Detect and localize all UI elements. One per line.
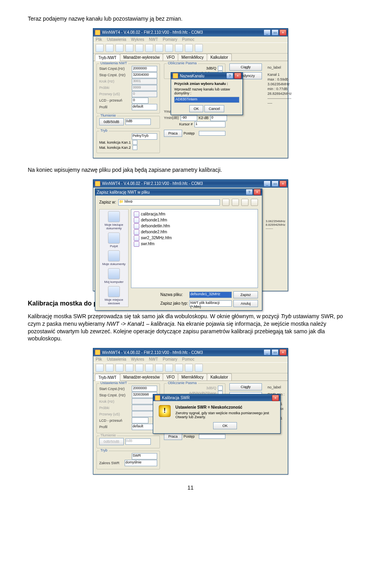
tab-vfo[interactable]: VFO [163, 373, 178, 380]
input-kursor[interactable]: 1 [194, 121, 226, 127]
toolbar-icon[interactable] [96, 364, 104, 372]
menu-item[interactable]: Pomoc [182, 357, 194, 361]
toolbar-icon[interactable] [195, 364, 203, 372]
tab-vfo[interactable]: VFO [163, 54, 178, 61]
toolbar-icon[interactable] [155, 364, 163, 372]
btn-0db50[interactable]: 0dB/50dB [99, 118, 124, 125]
toolbar-icon[interactable] [115, 44, 123, 52]
checkbox-matk2[interactable] [133, 145, 137, 150]
views-icon[interactable] [251, 199, 258, 206]
input-start[interactable]: 2000000 [132, 386, 157, 392]
toolbar-icon[interactable] [96, 44, 104, 52]
toolbar-icon[interactable] [125, 44, 133, 52]
menu-item[interactable]: Pomoc [182, 37, 194, 42]
minimize-button[interactable]: _ [264, 29, 271, 36]
toolbar-icon[interactable] [165, 364, 173, 372]
menu-item[interactable]: NWT [149, 357, 158, 361]
toolbar-icon[interactable] [175, 364, 183, 372]
tab-manadzer[interactable]: Manadżer-wykresów [120, 54, 164, 61]
save-button[interactable]: Zapisz [233, 291, 258, 298]
toolbar-icon[interactable] [185, 364, 193, 372]
file-item[interactable]: defsonde1.hfm [134, 217, 255, 223]
tab-tryb-nwt[interactable]: Tryb-NWT [95, 54, 120, 61]
select-zakres-swr[interactable]: domyślnie [125, 460, 157, 466]
toolbar-icon[interactable] [155, 44, 163, 52]
input-k2[interactable]: 0 [210, 115, 227, 121]
tab-kalkulator[interactable]: Kalkulator [207, 54, 231, 61]
checkbox-3dbq[interactable] [218, 66, 223, 71]
file-list[interactable]: calibracja.hfm defsonde1.hfm defsondetli… [131, 209, 258, 288]
file-item[interactable]: swr.hfm [134, 241, 255, 247]
maximize-button[interactable]: ▭ [271, 349, 279, 355]
select-tryb[interactable]: SWR [132, 453, 157, 459]
menu-item[interactable]: NWT [149, 37, 158, 42]
select-0db[interactable]: 0dB [125, 119, 151, 125]
toolbar-icon[interactable] [125, 364, 133, 372]
select-folder[interactable]: 📁 hfm9 [118, 199, 220, 206]
tab-tryb-nwt[interactable]: Tryb-NWT [95, 374, 120, 381]
minimize-button[interactable]: _ [264, 349, 271, 355]
cancel-button[interactable]: Anuluj [233, 300, 258, 307]
help-button[interactable]: ? [246, 189, 253, 195]
minimize-button[interactable]: _ [264, 181, 271, 187]
btn-ciagly[interactable]: Ciągły [229, 383, 262, 390]
btn-ciagly[interactable]: Ciągły [229, 63, 262, 71]
close-button[interactable]: × [254, 189, 261, 195]
close-button[interactable]: × [279, 29, 287, 36]
input-stop[interactable]: 32004000 [132, 72, 157, 78]
newfolder-icon[interactable] [241, 199, 248, 206]
close-button[interactable]: × [272, 395, 279, 401]
tab-manadzer[interactable]: Manadżer-wykresów [120, 373, 164, 380]
menu-item[interactable]: Plik [96, 37, 102, 42]
checkbox-matk1[interactable] [133, 140, 137, 145]
cancel-button[interactable]: Cancel [204, 105, 224, 112]
toolbar-icon[interactable] [195, 44, 203, 52]
dialog-input[interactable]: AD8307intern [174, 97, 239, 103]
menu-item[interactable]: Wykres [131, 37, 144, 42]
tab-miernik[interactable]: MiernikMocy [178, 54, 207, 61]
back-icon[interactable] [222, 199, 229, 206]
file-item[interactable]: calibracja.hfm [134, 211, 255, 217]
close-button[interactable]: × [279, 349, 287, 355]
input-lcd[interactable] [132, 417, 148, 423]
place-network[interactable]: Moje miejsce sieciowe [100, 286, 127, 305]
tab-kalkulator[interactable]: Kalkulator [207, 373, 231, 380]
file-item[interactable]: swr2_32MHz.hfm [134, 235, 255, 241]
toolbar-icon[interactable] [175, 44, 183, 52]
toolbar-icon[interactable] [115, 364, 123, 372]
input-ymin[interactable]: -90 [181, 115, 197, 121]
select-profil[interactable]: default [132, 104, 157, 110]
maximize-button[interactable]: ▭ [271, 29, 279, 36]
tab-miernik[interactable]: MiernikMocy [178, 373, 207, 380]
menu-item[interactable]: Pomiary [163, 37, 177, 42]
file-item[interactable]: defsonde2.hfm [134, 229, 255, 235]
menu-item[interactable]: Ustawienia [107, 37, 126, 42]
menu-item[interactable]: Wykres [131, 357, 144, 361]
menu-item[interactable]: Pomiary [163, 357, 177, 361]
toolbar-icon[interactable] [106, 364, 114, 372]
input-filename[interactable]: defsonde1_32MHz [189, 292, 232, 298]
toolbar-icon[interactable] [106, 44, 114, 52]
ok-button[interactable]: OK [189, 105, 203, 112]
select-filetype[interactable]: NWT plik kalibracji (*.hfm) [189, 300, 232, 307]
place-mydocs[interactable]: Moje dokumenty [102, 250, 126, 266]
close-button[interactable]: × [234, 73, 241, 79]
up-icon[interactable] [232, 199, 239, 206]
file-item[interactable]: defsondetlin.hfm [134, 223, 255, 229]
close-button[interactable]: × [279, 181, 287, 187]
menu-item[interactable]: Plik [96, 357, 102, 361]
ok-button[interactable]: OK [213, 422, 237, 429]
place-recent[interactable]: Moje bieżące dokumenty [100, 211, 127, 230]
btn-praca[interactable]: Praca [164, 130, 182, 137]
place-mycomputer[interactable]: Mój komputer [104, 268, 123, 284]
input-lcd[interactable]: 0 [132, 98, 148, 104]
btn-praca[interactable]: Praca [164, 433, 182, 440]
select-tryb[interactable]: PełnyTryb [132, 133, 157, 140]
toolbar-icon[interactable] [135, 44, 143, 52]
menu-item[interactable]: Ustawienia [107, 357, 126, 361]
toolbar-icon[interactable] [185, 44, 193, 52]
toolbar-icon[interactable] [165, 44, 173, 52]
toolbar-icon[interactable] [145, 44, 153, 52]
maximize-button[interactable]: ▭ [271, 181, 279, 187]
help-button[interactable]: ? [226, 73, 233, 79]
